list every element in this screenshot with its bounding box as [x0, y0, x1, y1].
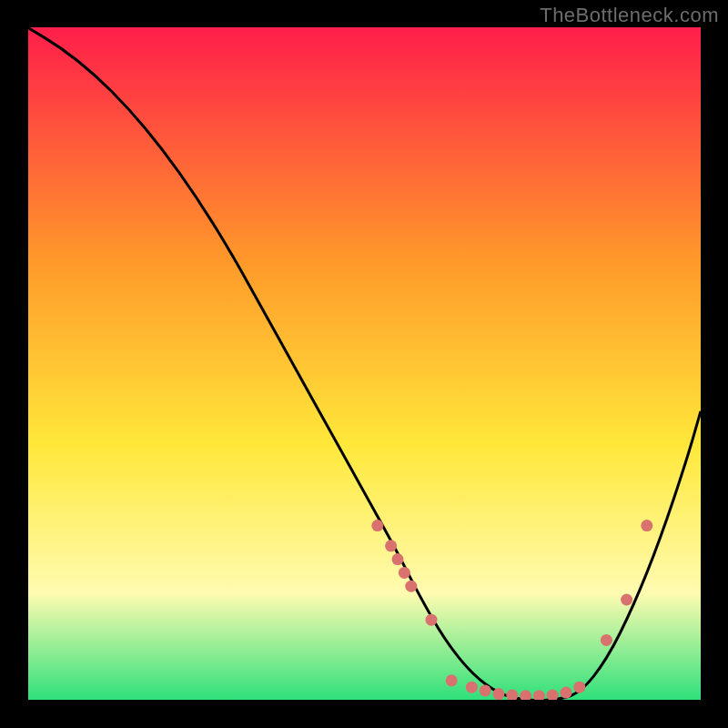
- watermark-label: TheBottleneck.com: [540, 4, 719, 27]
- data-marker: [573, 682, 585, 693]
- data-marker: [641, 520, 652, 531]
- plot-area: [27, 27, 701, 701]
- data-marker: [392, 553, 404, 565]
- data-marker: [426, 614, 438, 626]
- data-marker: [621, 594, 632, 606]
- chart-container: TheBottleneck.com: [0, 0, 728, 728]
- data-marker: [493, 688, 505, 700]
- chart-svg: [27, 27, 701, 701]
- data-marker: [506, 690, 518, 701]
- gradient-background: [27, 27, 701, 701]
- data-marker: [399, 567, 410, 579]
- data-marker: [480, 684, 491, 696]
- data-marker: [561, 687, 572, 699]
- data-marker: [371, 520, 383, 531]
- data-marker: [446, 674, 458, 686]
- data-marker: [405, 581, 417, 592]
- data-marker: [547, 690, 559, 701]
- data-marker: [385, 540, 397, 551]
- data-marker: [466, 682, 478, 693]
- data-marker: [601, 634, 612, 646]
